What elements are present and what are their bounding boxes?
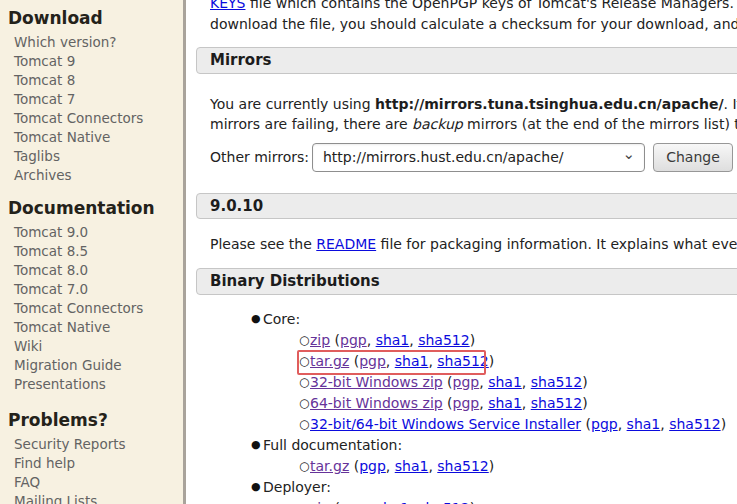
mirrors-line-2-em: backup <box>412 116 463 132</box>
download-item-links: zip (pgp, sha1, sha512) <box>310 332 475 348</box>
sidebar-item[interactable]: Tomcat 8 <box>0 71 183 90</box>
binary-distributions-header: Binary Distributions <box>196 268 737 295</box>
sha512-link[interactable]: sha512 <box>437 353 488 369</box>
sha1-link[interactable]: sha1 <box>395 458 429 474</box>
sha1-link[interactable]: sha1 <box>376 332 410 348</box>
sidebar-item[interactable]: Archives <box>0 166 183 185</box>
current-mirror-url: http://mirrors.tuna.tsinghua.edu.cn/apac… <box>375 96 723 112</box>
download-item-links: zip (pgp, sha1, sha512) <box>310 500 475 504</box>
pgp-link[interactable]: pgp <box>359 353 386 369</box>
intro-line-1: KEYS file which contains the OpenPGP key… <box>210 0 737 13</box>
sidebar-item[interactable]: Mailing Lists <box>0 492 183 504</box>
download-group-label: Deployer: <box>263 479 331 495</box>
circle-bullet-icon: ○ <box>299 353 309 369</box>
pgp-link[interactable]: pgp <box>453 395 480 411</box>
sidebar-item[interactable]: Tomcat 7.0 <box>0 280 183 299</box>
sidebar-item[interactable]: Security Reports <box>0 435 183 454</box>
sidebar-item[interactable]: Tomcat 8.5 <box>0 242 183 261</box>
download-group-label: Core: <box>263 311 300 327</box>
circle-bullet-icon: ○ <box>299 416 309 432</box>
download-item-links: 64-bit Windows zip (pgp, sha1, sha512) <box>310 395 588 411</box>
sidebar-item[interactable]: Tomcat Connectors <box>0 109 183 128</box>
sidebar-section-download: Download Which version?Tomcat 9Tomcat 8T… <box>0 6 183 185</box>
download-item-links: tar.gz (pgp, sha1, sha512) <box>310 458 494 474</box>
sha512-link[interactable]: sha512 <box>418 332 469 348</box>
sidebar-section-problems: Problems? Security ReportsFind helpFAQMa… <box>0 408 183 504</box>
pgp-link[interactable]: pgp <box>340 332 367 348</box>
download-item-links: tar.gz (pgp, sha1, sha512) <box>310 353 494 369</box>
sidebar-item[interactable]: Wiki <box>0 337 183 356</box>
mirror-select[interactable]: http://mirrors.hust.edu.cn/apache/ ⌄ <box>312 143 645 172</box>
other-mirrors-label: Other mirrors: <box>210 149 309 165</box>
sidebar-item[interactable]: Tomcat 8.0 <box>0 261 183 280</box>
mirrors-line-2: mirrors are failing, there are backup mi… <box>210 114 737 134</box>
keys-link[interactable]: KEYS <box>210 0 245 11</box>
download-item-links: 32-bit Windows zip (pgp, sha1, sha512) <box>310 374 588 390</box>
sidebar-item[interactable]: Tomcat 9 <box>0 52 183 71</box>
sha1-link[interactable]: sha1 <box>395 353 429 369</box>
intro-line-2: download the file, you should calculate … <box>210 14 737 34</box>
circle-bullet-icon: ○ <box>299 458 309 474</box>
bullet-icon: ● <box>251 479 261 495</box>
download-link[interactable]: 32-bit/64-bit Windows Service Installer <box>310 416 581 432</box>
sidebar-item[interactable]: Tomcat 7 <box>0 90 183 109</box>
change-button[interactable]: Change <box>653 143 733 172</box>
readme-prefix: Please see the <box>210 236 316 252</box>
sidebar-item[interactable]: Tomcat Native <box>0 318 183 337</box>
mirrors-line-2-prefix: mirrors are failing, there are <box>210 116 412 132</box>
sidebar-item[interactable]: Presentations <box>0 375 183 394</box>
version-section-header: 9.0.10 <box>196 193 737 219</box>
sidebar-heading-documentation: Documentation <box>0 196 183 220</box>
intro-line-1-text: file which contains the OpenPGP keys of … <box>245 0 737 11</box>
sha1-link[interactable]: sha1 <box>488 395 522 411</box>
download-item-links: 32-bit/64-bit Windows Service Installer … <box>310 416 726 432</box>
sha1-link[interactable]: sha1 <box>627 416 661 432</box>
sidebar-item[interactable]: Tomcat 9.0 <box>0 223 183 242</box>
sidebar-item[interactable]: Migration Guide <box>0 356 183 375</box>
download-link[interactable]: tar.gz <box>310 458 349 474</box>
sha512-link[interactable]: sha512 <box>437 458 488 474</box>
mirrors-line-2-suffix: mirrors (at the end of the mirrors list)… <box>463 116 737 132</box>
sidebar-item[interactable]: Find help <box>0 454 183 473</box>
download-link[interactable]: zip <box>310 332 330 348</box>
sidebar: Download Which version?Tomcat 9Tomcat 8T… <box>0 0 186 504</box>
sidebar-heading-problems: Problems? <box>0 408 183 432</box>
chevron-down-icon: ⌄ <box>622 141 635 168</box>
mirrors-line-1: You are currently using http://mirrors.t… <box>210 94 737 114</box>
pgp-link[interactable]: pgp <box>340 500 367 504</box>
sha1-link[interactable]: sha1 <box>488 374 522 390</box>
sidebar-item[interactable]: Which version? <box>0 33 183 52</box>
sidebar-item[interactable]: Taglibs <box>0 147 183 166</box>
bullet-icon: ● <box>251 437 261 453</box>
download-link[interactable]: 64-bit Windows zip <box>310 395 443 411</box>
download-group-label: Full documentation: <box>263 437 402 453</box>
pgp-link[interactable]: pgp <box>591 416 618 432</box>
sidebar-item[interactable]: FAQ <box>0 473 183 492</box>
circle-bullet-icon: ○ <box>299 332 309 348</box>
sha512-link[interactable]: sha512 <box>531 395 582 411</box>
download-link[interactable]: zip <box>310 500 330 504</box>
sidebar-items-documentation: Tomcat 9.0Tomcat 8.5Tomcat 8.0Tomcat 7.0… <box>0 223 183 394</box>
sha512-link[interactable]: sha512 <box>418 500 469 504</box>
sidebar-items-problems: Security ReportsFind helpFAQMailing List… <box>0 435 183 504</box>
mirrors-section-header: Mirrors <box>196 47 737 74</box>
download-link[interactable]: tar.gz <box>310 353 349 369</box>
circle-bullet-icon: ○ <box>299 374 309 390</box>
circle-bullet-icon: ○ <box>299 500 309 504</box>
sha512-link[interactable]: sha512 <box>531 374 582 390</box>
sidebar-items-download: Which version?Tomcat 9Tomcat 8Tomcat 7To… <box>0 33 183 185</box>
mirror-select-value: http://mirrors.hust.edu.cn/apache/ <box>323 149 563 165</box>
sha512-link[interactable]: sha512 <box>669 416 720 432</box>
mirrors-line-1-prefix: You are currently using <box>210 96 375 112</box>
sidebar-section-documentation: Documentation Tomcat 9.0Tomcat 8.5Tomcat… <box>0 196 183 394</box>
bullet-icon: ● <box>251 311 261 327</box>
sidebar-item[interactable]: Tomcat Native <box>0 128 183 147</box>
download-link[interactable]: 32-bit Windows zip <box>310 374 443 390</box>
pgp-link[interactable]: pgp <box>453 374 480 390</box>
readme-line: Please see the README file for packaging… <box>210 234 737 254</box>
sidebar-item[interactable]: Tomcat Connectors <box>0 299 183 318</box>
readme-suffix: file for packaging information. It expla… <box>376 236 737 252</box>
sha1-link[interactable]: sha1 <box>376 500 410 504</box>
pgp-link[interactable]: pgp <box>359 458 386 474</box>
readme-link[interactable]: README <box>316 236 376 252</box>
